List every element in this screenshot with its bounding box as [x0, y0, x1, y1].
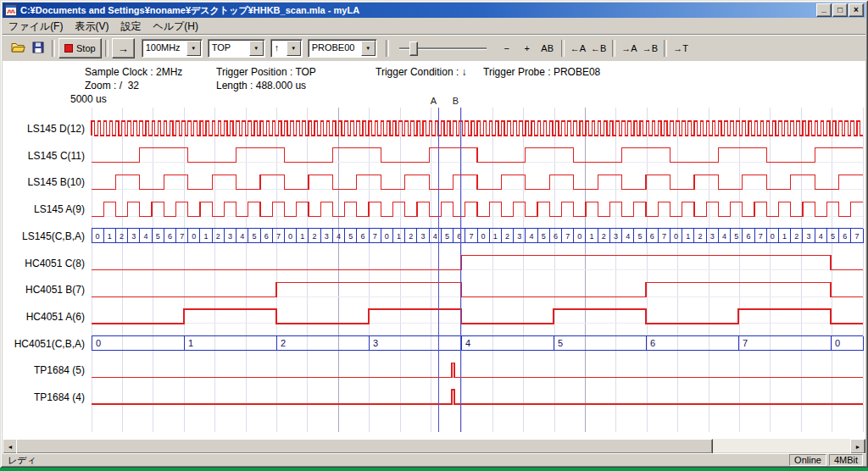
run-icon: → [118, 42, 129, 55]
bus-value: 0 [481, 232, 486, 241]
goto-b-left-button[interactable]: ←B [588, 39, 609, 58]
bus-value: 0 [385, 232, 389, 241]
stop-icon [64, 44, 73, 53]
bus-value: 4 [722, 232, 726, 241]
bus-value: 3 [228, 232, 232, 241]
bus-value: 1 [204, 232, 209, 241]
ab-button[interactable]: AB [537, 39, 558, 58]
status-memory: 4MBit [829, 454, 863, 466]
menu-view[interactable]: 表示(V) [69, 19, 114, 35]
goto-a-left-button[interactable]: ←A [568, 39, 588, 58]
bus-value: 0 [771, 232, 775, 241]
window-title: C:¥Documents and Settings¥noname¥デスクトップ¥… [20, 4, 813, 17]
dropdown-arrow-icon[interactable]: ▼ [361, 41, 376, 56]
bus-value: 6 [650, 338, 655, 348]
bus-value: 5 [542, 232, 546, 241]
save-button[interactable] [28, 39, 48, 58]
dropdown-arrow-icon[interactable]: ▼ [287, 41, 301, 56]
dropdown-arrow-icon[interactable]: ▼ [249, 41, 264, 56]
window-controls: _ □ × [816, 3, 864, 17]
bus-value: 3 [373, 338, 378, 348]
horizontal-scrollbar[interactable]: ◄ ► [3, 439, 865, 452]
bus-value: 0 [96, 338, 101, 348]
waveform-canvas[interactable]: LS145 D(12)LS145 C(11)LS145 B(10)LS145 A… [3, 61, 865, 439]
signal-trace [92, 121, 863, 136]
bus-value: 4 [626, 232, 630, 241]
close-button[interactable]: × [849, 3, 864, 17]
maximize-icon: □ [837, 6, 843, 14]
bus-value: 5 [831, 232, 835, 241]
bus-value: 6 [650, 232, 654, 241]
bus-value: 3 [807, 232, 811, 241]
bus-value: 4 [465, 338, 470, 348]
menu-help[interactable]: ヘルプ(H) [147, 19, 204, 35]
channel-label: HC4051 A(6) [26, 311, 85, 323]
titlebar[interactable]: C:¥Documents and Settings¥noname¥デスクトップ¥… [3, 3, 865, 18]
status-ready: レディ [3, 454, 789, 467]
bus-value: 7 [759, 232, 763, 241]
bus-value: 2 [505, 232, 509, 241]
trigger-edge-combo[interactable]: ↑ ▼ [270, 39, 303, 58]
bus-value: 3 [325, 232, 329, 241]
signal-trace [92, 309, 863, 324]
bus-value: 7 [743, 338, 748, 348]
goto-a-right-button[interactable]: →A [619, 39, 639, 58]
open-icon [11, 42, 25, 55]
trigger-position-combo[interactable]: TOP ▼ [208, 39, 265, 58]
channel-label: LS145 A(9) [34, 203, 85, 215]
signal-trace [92, 148, 863, 163]
bus-value: 7 [373, 232, 377, 241]
bus-value: 0 [577, 232, 581, 241]
maximize-button[interactable]: □ [832, 3, 848, 17]
minimize-button[interactable]: _ [816, 3, 832, 17]
bus-value: 7 [565, 232, 570, 241]
bus-value: 2 [216, 232, 220, 241]
zoom-out-button[interactable]: − [497, 39, 517, 58]
menubar: ファイル(F) 表示(V) 設定 ヘルプ(H) [3, 19, 865, 35]
open-button[interactable] [8, 39, 28, 58]
bus-value: 5 [348, 232, 353, 241]
bus-value: 1 [590, 232, 594, 241]
signal-trace [92, 282, 863, 296]
bus-value: 1 [300, 232, 304, 241]
trigger-edge-value: ↑ [271, 40, 286, 57]
zoom-slider-thumb[interactable] [409, 42, 418, 56]
bus-value: 4 [240, 232, 244, 241]
waveform-panel: Sample Clock : 2MHz Trigger Position : T… [3, 61, 865, 439]
zoom-slider[interactable] [396, 39, 493, 58]
stop-label: Stop [76, 43, 96, 53]
scrollbar-thumb[interactable] [16, 439, 713, 454]
stop-button[interactable]: Stop [58, 38, 102, 58]
bus-value: 6 [264, 232, 269, 241]
bus-value: 4 [143, 232, 147, 241]
dropdown-arrow-icon[interactable]: ▼ [186, 41, 201, 56]
zoom-in-button[interactable]: + [517, 39, 537, 58]
bus-value: 3 [421, 232, 426, 241]
goto-b-right-button[interactable]: →B [640, 39, 660, 58]
bus-value: 2 [794, 232, 798, 241]
toolbar-separator [664, 40, 667, 57]
menu-file[interactable]: ファイル(F) [3, 19, 69, 35]
bus-value: 0 [835, 338, 840, 348]
goto-trigger-button[interactable]: →T [670, 39, 691, 58]
scroll-right-icon: ► [855, 444, 861, 450]
sample-rate-combo[interactable]: 100MHz ▼ [142, 39, 203, 58]
probe-combo[interactable]: PROBE00 ▼ [308, 39, 377, 58]
signal-trace [92, 363, 863, 377]
menu-settings[interactable]: 設定 [114, 19, 147, 35]
bus-value: 1 [686, 232, 690, 241]
channel-label: LS145 C(11) [28, 150, 85, 162]
scroll-right-button[interactable]: ► [850, 439, 865, 454]
channel-label: HC4051(C,B,A) [14, 338, 85, 350]
bus-value: 2 [698, 232, 703, 241]
run-button[interactable]: → [112, 38, 135, 58]
bus-value: 5 [734, 232, 738, 241]
bus-value: 4 [337, 232, 341, 241]
bus-value: 6 [843, 232, 847, 241]
bus-value: 0 [192, 232, 196, 241]
bus-value: 7 [180, 232, 184, 241]
channel-label: HC4051 B(7) [25, 284, 85, 296]
bus-value: 4 [819, 232, 823, 241]
bus-value: 2 [409, 232, 413, 241]
toolbar-separator [52, 40, 55, 57]
